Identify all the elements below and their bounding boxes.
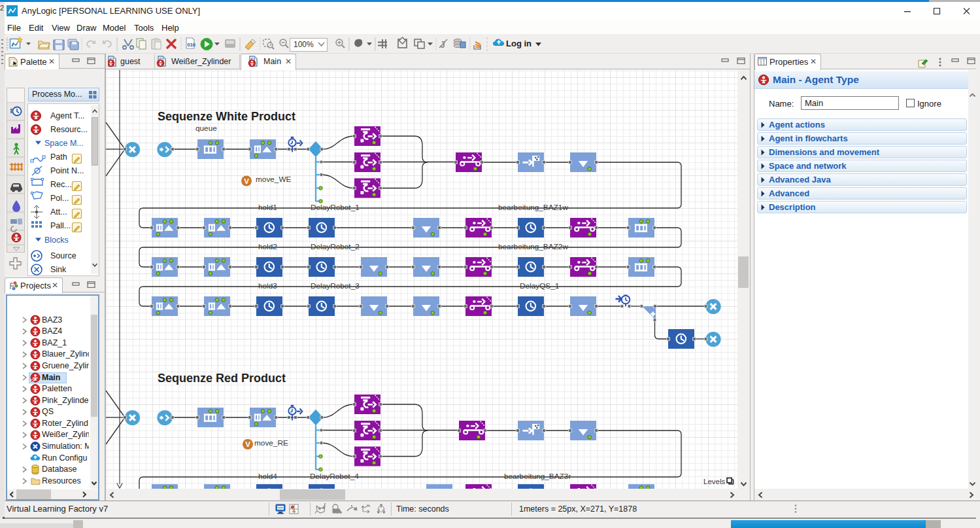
svg-text:hold2: hold2	[258, 242, 277, 251]
svg-text:move_RE: move_RE	[254, 438, 288, 448]
svg-text:queue: queue	[195, 124, 217, 133]
svg-text:010: 010	[188, 42, 196, 48]
svg-text:Sequenze White Product: Sequenze White Product	[158, 110, 296, 123]
svg-text:DelayRobot_2: DelayRobot_2	[311, 242, 360, 251]
svg-text:hold1: hold1	[258, 203, 277, 212]
svg-text:DelayRobot_4: DelayRobot_4	[310, 472, 359, 481]
svg-text:DelayQS_1: DelayQS_1	[520, 281, 559, 290]
svg-text:bearbeitung_BAZ2w: bearbeitung_BAZ2w	[498, 242, 568, 251]
svg-text:hold3: hold3	[258, 281, 277, 290]
svg-text:bearbeitung_BAZ3r: bearbeitung_BAZ3r	[504, 472, 571, 481]
svg-text:hold4: hold4	[258, 472, 277, 481]
svg-text:bearbeitung_BAZ1w: bearbeitung_BAZ1w	[498, 203, 568, 212]
svg-text:DelayRobot_3: DelayRobot_3	[311, 281, 360, 290]
svg-text:move_WE: move_WE	[256, 175, 292, 184]
svg-text:DelayRobot_1: DelayRobot_1	[311, 203, 360, 212]
svg-text:Sequenze Red Product: Sequenze Red Product	[158, 372, 286, 385]
svg-text:Levels: Levels	[703, 478, 725, 485]
